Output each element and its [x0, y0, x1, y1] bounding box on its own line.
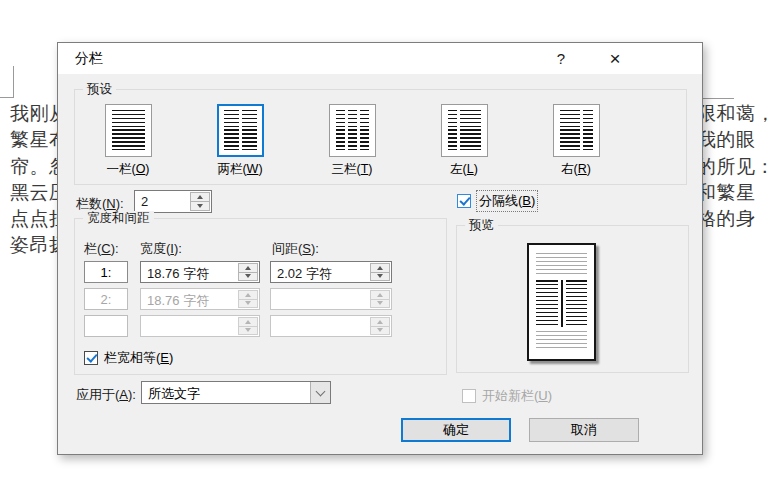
checkbox-box[interactable]: [457, 194, 471, 208]
spinner: [190, 192, 210, 211]
right-column-icon: [553, 104, 600, 157]
spin-down-icon[interactable]: [191, 202, 209, 210]
spacing-value-2: [271, 289, 369, 309]
presets-group: 预设 一栏(O) 两栏(W) 三栏(T): [74, 89, 687, 185]
check-icon: [459, 194, 470, 205]
dialog-titlebar: 分栏 ? ×: [58, 43, 702, 74]
spacing-field-1[interactable]: 2.02 字符: [270, 261, 392, 283]
preview-bottom-text: [536, 331, 587, 351]
dialog-title: 分栏: [75, 50, 103, 68]
spin-up-icon: [371, 291, 389, 300]
ok-button[interactable]: 确定: [401, 418, 511, 442]
text-boundary-mark-left: [0, 66, 14, 98]
preview-top-text: [536, 253, 587, 277]
width-header: 宽度(I):: [140, 240, 182, 258]
apply-to-value: 所选文字: [142, 382, 310, 403]
preset-one-column[interactable]: 一栏(O): [88, 104, 168, 178]
spinner: [238, 263, 258, 281]
one-column-icon: [105, 104, 152, 157]
width-spacing-group: 宽度和间距 栏(C): 宽度(I): 间距(S): 1: 18.76 字符 2.…: [74, 218, 447, 375]
text-boundary-mark-right: [702, 67, 734, 99]
line-between-checkbox[interactable]: 分隔线(B): [457, 191, 537, 211]
doc-text-line: 和繁星: [697, 182, 756, 204]
spin-up-icon[interactable]: [191, 193, 209, 202]
spin-down-icon[interactable]: [371, 273, 389, 281]
checkbox-box: [462, 389, 476, 403]
preview-separator-line: [561, 280, 563, 327]
spacing-value-3: [271, 316, 369, 336]
apply-to-label: 应用于(A):: [76, 386, 136, 404]
spinner: [370, 290, 390, 308]
preset-label: 三栏(T): [332, 161, 373, 178]
help-button[interactable]: ?: [544, 43, 578, 74]
preset-label: 一栏(O): [106, 161, 149, 178]
line-between-label: 分隔线(B): [477, 191, 537, 211]
start-new-column-checkbox: 开始新栏(U): [462, 387, 552, 405]
width-field-3: [140, 315, 260, 337]
spin-down-icon: [371, 300, 389, 308]
width-value-3: [141, 316, 237, 336]
spin-down-icon: [239, 300, 257, 308]
spacing-field-3: [270, 315, 392, 337]
two-columns-icon: [217, 104, 264, 157]
preview-group: 预览: [456, 225, 689, 373]
width-value-1[interactable]: 18.76 字符: [141, 262, 237, 282]
doc-text-line: 格的身: [697, 208, 756, 230]
preset-two-columns[interactable]: 两栏(W): [200, 104, 280, 178]
columns-dialog: 分栏 ? × 预设 一栏(O) 两栏(W) 三栏: [57, 42, 703, 455]
presets-row: 一栏(O) 两栏(W) 三栏(T) 左(L): [88, 104, 616, 178]
preset-label: 左(L): [450, 161, 478, 178]
preview-columns: [536, 280, 587, 327]
presets-group-label: 预设: [83, 82, 116, 97]
start-new-column-label: 开始新栏(U): [482, 387, 552, 405]
preview-group-label: 预览: [465, 218, 498, 233]
columns-count-stepper[interactable]: 2: [134, 190, 212, 213]
spacing-value-1[interactable]: 2.02 字符: [271, 262, 369, 282]
columns-count-value[interactable]: 2: [135, 191, 189, 212]
preset-left[interactable]: 左(L): [424, 104, 504, 178]
spacing-header: 间距(S):: [272, 240, 319, 258]
preset-three-columns[interactable]: 三栏(T): [312, 104, 392, 178]
cancel-button[interactable]: 取消: [529, 418, 639, 442]
spin-down-icon[interactable]: [239, 273, 257, 281]
spin-down-icon: [371, 327, 389, 335]
checkbox-box[interactable]: [84, 351, 98, 365]
spacing-field-2: [270, 288, 392, 310]
preset-label: 两栏(W): [217, 161, 262, 178]
chevron-down-icon[interactable]: [310, 382, 330, 403]
spinner: [370, 317, 390, 335]
three-columns-icon: [329, 104, 376, 157]
close-icon[interactable]: ×: [598, 43, 632, 74]
width-value-2: 18.76 字符: [141, 289, 237, 309]
col-number-3: [84, 315, 128, 337]
col-number-1: 1:: [84, 261, 128, 283]
width-field-1[interactable]: 18.76 字符: [140, 261, 260, 283]
check-icon: [86, 351, 97, 362]
preset-label: 右(R): [561, 161, 591, 178]
spin-up-icon: [239, 291, 257, 300]
col-number-2: 2:: [84, 288, 128, 310]
preview-page: [527, 243, 596, 361]
col-header: 栏(C):: [84, 240, 119, 258]
spin-up-icon: [239, 318, 257, 327]
spin-up-icon[interactable]: [371, 264, 389, 273]
apply-to-dropdown[interactable]: 所选文字: [141, 381, 331, 404]
spinner: [238, 317, 258, 335]
doc-text-line: 我的眼: [697, 129, 756, 151]
spin-up-icon: [371, 318, 389, 327]
spinner: [238, 290, 258, 308]
width-spacing-group-label: 宽度和间距: [83, 211, 154, 226]
spin-up-icon[interactable]: [239, 264, 257, 273]
doc-text-line: 的所见：: [697, 156, 775, 178]
preset-right[interactable]: 右(R): [536, 104, 616, 178]
equal-width-checkbox[interactable]: 栏宽相等(E): [84, 349, 173, 367]
spin-down-icon: [239, 327, 257, 335]
left-column-icon: [441, 104, 488, 157]
equal-width-label: 栏宽相等(E): [104, 349, 173, 367]
spinner: [370, 263, 390, 281]
width-field-2: 18.76 字符: [140, 288, 260, 310]
doc-text-line: 限和蔼，: [697, 103, 775, 125]
